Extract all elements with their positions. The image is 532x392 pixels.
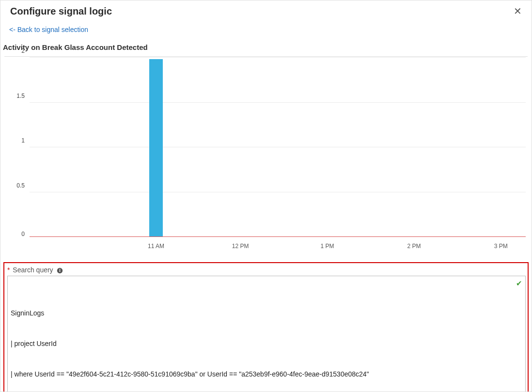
x-axis: 11 AM 12 PM 1 PM 2 PM 3 PM [30,241,526,255]
search-query-label: Search query [13,266,53,274]
x-tick: 11 AM [148,243,164,250]
required-indicator: * [7,266,10,274]
search-query-highlight: * Search query ✔ SigninLogs | project Us… [3,262,529,392]
info-icon[interactable] [57,267,63,274]
x-tick: 12 PM [232,243,249,250]
search-query-input[interactable]: ✔ SigninLogs | project UserId | where Us… [7,276,526,392]
grid-line [30,102,526,103]
x-tick: 1 PM [320,243,334,250]
divider [4,56,528,57]
grid-line [30,57,526,58]
grid-line [30,192,526,192]
plot-area [30,58,526,237]
y-axis: 0 0.5 1 1.5 2 [4,58,30,237]
svg-rect-2 [59,270,60,272]
svg-point-1 [59,268,60,269]
chart-area: 0 0.5 1 1.5 2 11 AM 12 PM 1 PM 2 PM 3 PM [4,58,528,261]
y-tick: 1 [21,137,25,144]
y-tick: 1.5 [16,93,25,99]
validation-check-icon: ✔ [516,278,522,289]
chart-bar [149,59,163,236]
x-axis-line [30,236,526,237]
query-line: | project UserId [11,339,515,349]
signal-name-heading: Activity on Break Glass Account Detected [3,43,532,51]
query-line: | where UserId == "49e2f604-5c21-412c-95… [11,369,515,379]
y-tick: 2 [21,47,25,54]
back-to-signal-selection-link[interactable]: <- Back to signal selection [9,26,88,33]
panel-title: Configure signal logic [10,6,112,17]
y-tick: 0 [21,231,25,237]
grid-line [30,147,526,147]
query-line: SigninLogs [11,308,515,318]
y-tick: 0.5 [16,182,25,189]
x-tick: 2 PM [407,243,421,250]
x-tick: 3 PM [494,243,508,250]
close-icon[interactable]: ✕ [514,5,522,17]
